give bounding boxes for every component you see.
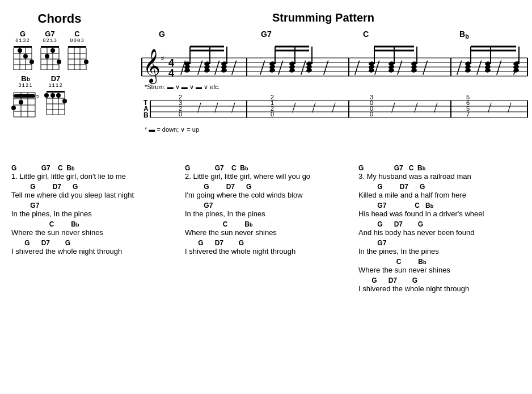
svg-text:Bb: Bb (459, 30, 469, 40)
svg-text:╱: ╱ (330, 102, 338, 113)
verse2-lyric4: Where the sun never shines (185, 228, 347, 237)
verse3-chord2: G D7 G (358, 183, 521, 191)
verse3-lyric7: I shivered the whole night through (358, 284, 521, 293)
chord-bb-diagram: 5 fr. (11, 90, 40, 118)
svg-rect-47 (47, 91, 65, 93)
svg-text:*Strum: ▬  ∨  ▬  ∨  ▬  ∨   etc: *Strum: ▬ ∨ ▬ ∨ ▬ ∨ etc. (145, 83, 220, 90)
strumming-section: Strumming Pattern G G7 C Bb 𝄞 ♯ 4 (108, 11, 532, 152)
svg-point-21 (45, 54, 49, 58)
svg-rect-24 (68, 46, 86, 48)
verse3-chord3: G7 C Bb (358, 202, 521, 209)
svg-text:╱: ╱ (230, 102, 238, 113)
svg-point-11 (23, 54, 28, 58)
chord-row-1: G 0132 (11, 30, 108, 70)
svg-text:C: C (363, 30, 369, 39)
svg-text:0: 0 (271, 111, 274, 118)
lyrics-section: G G7 C Bb 1. Little girl, little girl, d… (11, 158, 521, 295)
svg-text:5 fr.: 5 fr. (36, 94, 40, 99)
svg-point-59 (62, 99, 67, 103)
chord-g7-fingering: 0213 (43, 38, 57, 44)
chord-g7-name: G7 (45, 30, 54, 38)
chord-d7-diagram (44, 90, 67, 115)
svg-text:G7: G7 (261, 30, 272, 39)
verse1-lyric1: 1. Little girl, little girl, don't lie t… (11, 172, 174, 181)
svg-point-22 (50, 48, 55, 53)
svg-point-33 (84, 60, 88, 64)
verse3-lyric2: Killed a mile and a half from here (358, 191, 521, 199)
music-notation: G G7 C Bb 𝄞 ♯ 4 4 (113, 27, 532, 152)
verse2-lyric3: In the pines, In the pines (185, 209, 347, 218)
svg-text:𝄞: 𝄞 (143, 49, 161, 85)
svg-text:╱: ╱ (412, 102, 420, 113)
chord-g-diagram (11, 45, 34, 70)
chord-bb-fingering: 3121 (18, 83, 33, 89)
verse3-lyric4: And his body has never been found (358, 228, 521, 237)
svg-text:7: 7 (466, 111, 470, 118)
verse2-chord5: G D7 G (185, 239, 347, 247)
svg-text:╱: ╱ (196, 102, 204, 113)
verse3-lyric3: His head was found in a driver's wheel (358, 209, 521, 218)
verse-2: G G7 C Bb 2. Little girl, little girl, w… (185, 164, 347, 295)
chord-g: G 0132 (11, 30, 34, 70)
verse3-chord4: G D7 G (358, 220, 521, 228)
verse2-lyric5: I shivered the whole night through (185, 247, 347, 255)
svg-text:╱: ╱ (213, 102, 221, 113)
svg-point-56 (44, 93, 49, 98)
svg-text:B: B (143, 111, 149, 119)
svg-text:4: 4 (168, 68, 174, 79)
verse2-chord3: G7 (185, 202, 347, 209)
verse3-lyric5: In the pines, In the pines (358, 247, 521, 255)
verse3-chord6: C Bb (358, 258, 521, 266)
chord-g7: G7 0213 (39, 30, 61, 70)
svg-text:╱: ╱ (390, 102, 398, 113)
verse1-chord5: G D7 G (11, 239, 174, 247)
chord-g-name: G (20, 30, 26, 38)
verse1-lyric3: In the pines, In the pines (11, 209, 174, 218)
chord-c-name: C (74, 30, 79, 38)
verse3-chord7: G D7 G (358, 276, 521, 284)
svg-point-44 (19, 100, 23, 104)
svg-point-57 (50, 93, 55, 98)
verse3-chord1: G G7 C Bb (358, 164, 521, 172)
verse2-chord4: C Bb (185, 220, 347, 228)
verse-3: G G7 C Bb 3. My husband was a railroad m… (358, 164, 521, 295)
chord-g7-diagram (39, 45, 61, 70)
chord-c-diagram (66, 45, 88, 70)
svg-rect-43 (14, 94, 35, 98)
strumming-title: Strumming Pattern (113, 11, 532, 24)
verse1-chord1: G G7 C Bb (11, 164, 174, 172)
svg-text:G: G (159, 30, 165, 39)
page: Chords G 0132 (0, 0, 532, 307)
verse3-lyric6: Where the sun never shines (358, 266, 521, 274)
verse3-lyric1: 3. My husband was a railroad man (358, 172, 521, 181)
verse2-lyric1: 2. Little girl, little girl, where will … (185, 172, 347, 181)
svg-point-58 (56, 93, 61, 98)
verse1-chord2: G D7 G (11, 183, 174, 191)
verse1-lyric4: Where the sun never shines (11, 228, 174, 237)
verse1-chord4: C Bb (11, 220, 174, 228)
svg-rect-12 (41, 46, 59, 48)
svg-point-45 (11, 106, 16, 110)
verse3-chord5: G7 (358, 239, 521, 247)
chord-d7-fingering: 1112 (48, 83, 63, 89)
svg-text:♯: ♯ (161, 55, 164, 63)
top-section: Chords G 0132 (11, 11, 521, 152)
chords-title: Chords (11, 11, 108, 26)
chord-g-fingering: 0132 (15, 38, 30, 44)
svg-text:0: 0 (370, 111, 373, 118)
svg-text:* ▬ = down; ∨ = up: * ▬ = down; ∨ = up (145, 126, 199, 133)
chord-c-fingering: 0003 (70, 38, 85, 44)
chord-d7: D7 1112 (44, 74, 67, 118)
svg-text:╱: ╱ (432, 102, 440, 113)
verse-1: G G7 C Bb 1. Little girl, little girl, d… (11, 164, 174, 295)
svg-point-9 (18, 48, 22, 53)
chord-row-2: Bb 3121 (11, 74, 108, 118)
verse2-chord1: G G7 C Bb (185, 164, 347, 172)
svg-text:╱: ╱ (506, 102, 514, 113)
verse2-chord2: G D7 G (185, 183, 347, 191)
svg-point-10 (29, 60, 34, 64)
verse1-lyric5: I shivered the whole night through (11, 247, 174, 255)
chord-bb: Bb 3121 (11, 74, 40, 118)
svg-text:╱: ╱ (310, 102, 318, 113)
svg-text:╱: ╱ (290, 102, 298, 113)
